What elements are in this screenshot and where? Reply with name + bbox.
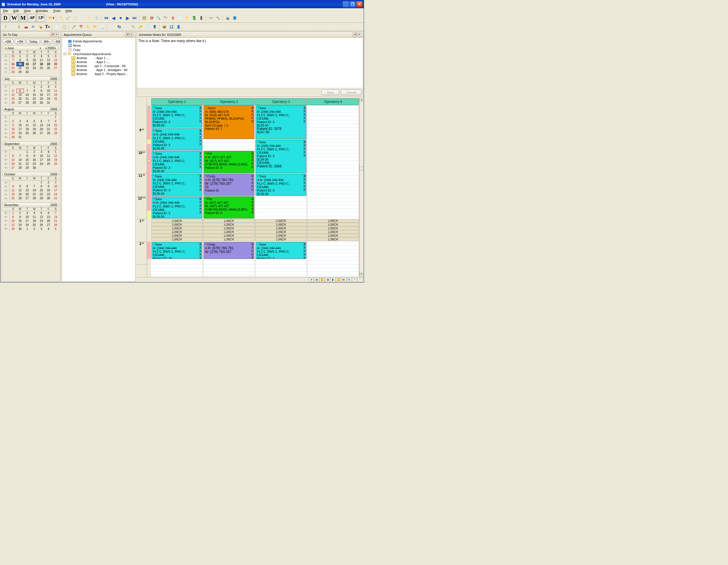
nav-rew-icon[interactable]: ⏪ — [320, 278, 325, 282]
calendar-day[interactable]: 11 — [24, 123, 31, 127]
calendar-day[interactable]: 27 — [24, 197, 31, 200]
queue-root-copy[interactable]: 📋Copy — [63, 47, 134, 52]
calendar-day[interactable] — [24, 115, 31, 119]
appointment-block[interactable]: / XXXXX ?Cindy✚H: (678) 783-781W: (278) … — [204, 242, 254, 259]
calendar-day[interactable] — [38, 135, 45, 139]
queue-root-unscheduled-appointments[interactable]: −📂Unscheduled Appointments — [63, 52, 134, 56]
calendar-day[interactable]: 22 — [38, 193, 45, 197]
goto-3m-button[interactable]: <3M — [15, 39, 26, 44]
calendar-day[interactable]: 7 — [31, 185, 38, 189]
calendar-day[interactable]: 13 — [38, 123, 45, 127]
calendar-day[interactable]: 3 — [45, 85, 52, 89]
calendar-day[interactable]: 5 — [38, 211, 45, 215]
rx2-icon[interactable]: 💊 — [37, 23, 44, 30]
minimize-button[interactable]: _ — [343, 1, 349, 7]
key-icon[interactable]: 🔑 — [137, 23, 144, 30]
calendar-day[interactable]: 5 — [52, 227, 59, 231]
calendar-day[interactable]: 3 — [24, 211, 31, 215]
calendar-day[interactable] — [31, 70, 38, 74]
operatory-column-4[interactable]: Operatory 4LUNCHLUNCHLUNCHLUNCHLUNCHLUNC… — [307, 98, 359, 277]
calendar-day[interactable] — [38, 115, 45, 119]
calendar-day[interactable]: 28 — [52, 223, 59, 227]
calendar-day[interactable]: 31 — [9, 54, 16, 58]
lunch-block[interactable]: LUNCH — [307, 223, 359, 226]
calendar-day[interactable]: 20 — [24, 193, 31, 197]
calendar-day[interactable]: 3 — [38, 150, 45, 154]
check-icon[interactable]: ✔️ — [65, 15, 72, 21]
calendar-day[interactable]: 8 — [31, 89, 38, 93]
calendar-day[interactable]: 30 — [16, 227, 24, 231]
calendar-day[interactable]: 5 — [31, 119, 38, 123]
queue-item[interactable]: AndrewAppt 2 - Prophy Appoi... — [67, 72, 134, 76]
nav-ff-icon[interactable]: ⏩ — [336, 278, 341, 282]
calendar-day[interactable]: 27 — [45, 223, 52, 227]
tooth-icon[interactable]: 🦷 — [109, 23, 115, 30]
calendar-day[interactable]: 23 — [9, 131, 16, 135]
glasses-icon[interactable]: 👓 — [208, 15, 214, 21]
appointment-block[interactable]: / XXXXX ?PatH: (427) 427-427W: (427) 427… — [204, 197, 254, 219]
view-day-button[interactable]: D — [1, 14, 9, 22]
calendar-day[interactable] — [9, 150, 16, 154]
close-panel-icon[interactable]: ✕ — [55, 33, 59, 37]
calendar-day[interactable]: 3 — [16, 119, 24, 123]
goto-6m-button[interactable]: <6M — [2, 39, 14, 44]
calendar-day[interactable] — [52, 70, 59, 74]
calendar-day[interactable]: 8 — [9, 215, 16, 219]
appointment-block[interactable]: / XXXXX ?SaraH: (244) 244-444FL2 C, BWX … — [256, 106, 306, 139]
operatory-header[interactable]: Operatory 1 — [151, 98, 202, 105]
calendar-day[interactable]: 19 — [52, 158, 59, 162]
calendar-day[interactable]: 14 — [24, 93, 31, 97]
month-header[interactable]: August2009 — [2, 107, 59, 111]
calendar-day[interactable]: 16 — [24, 62, 31, 66]
calendar-day[interactable]: 26 — [16, 197, 24, 200]
calendar-day[interactable]: 2 — [16, 211, 24, 215]
close-panel-icon[interactable]: ✕ — [357, 33, 361, 37]
calendar-day[interactable]: 7 — [16, 154, 24, 158]
appointment-block[interactable]: / XXXXX ?Sara✚H: (244) 244-444FL2 C, BWX… — [256, 174, 306, 196]
scroll-down-icon[interactable]: ▾ — [359, 273, 363, 277]
month-header[interactable]: July2009 — [2, 76, 59, 81]
operatory-header[interactable]: Operatory 3 — [255, 98, 307, 105]
calendar-day[interactable]: 26 — [38, 223, 45, 227]
calendar-day[interactable]: 28 — [31, 197, 38, 200]
calendar-day[interactable]: 7 — [52, 211, 59, 215]
person-icon[interactable]: 👤 — [175, 23, 182, 30]
nav-back-icon[interactable]: ◀ — [325, 278, 330, 282]
calendar-day[interactable]: 1 — [38, 181, 45, 185]
operatory-column-2[interactable]: Operatory 2/ XXXXX ?JasonH: (680) 480-57… — [203, 98, 255, 277]
calendar-day[interactable]: 1 — [31, 85, 38, 89]
calendar-day[interactable]: 2 — [31, 150, 38, 154]
calendar-day[interactable]: 5 — [45, 54, 52, 58]
notes-textarea[interactable]: This is a Note. There are many others li… — [137, 38, 363, 88]
calendar-day[interactable]: 24 — [45, 97, 52, 101]
month-header[interactable]: November2009 — [2, 203, 59, 207]
pants-icon[interactable]: 👖 — [151, 23, 158, 30]
calendar-day[interactable]: 16 — [38, 93, 45, 97]
calendar-day[interactable]: 17 — [24, 219, 31, 223]
binoculars-icon[interactable]: 🔭 — [162, 15, 169, 21]
calendar-day[interactable]: 29 — [38, 197, 45, 200]
calendar-day[interactable] — [16, 85, 24, 89]
calendar-day[interactable] — [9, 115, 16, 119]
menu-edit[interactable]: Edit — [12, 9, 20, 13]
lunch-block[interactable]: LUNCH — [307, 230, 359, 234]
calendar-day[interactable]: 5 — [9, 89, 16, 93]
menu-view[interactable]: View — [23, 9, 32, 13]
calendar-day[interactable]: 24 — [52, 193, 59, 197]
view-cp-button[interactable]: C/P — [37, 14, 45, 22]
calendar-day[interactable] — [31, 181, 38, 185]
calendar-day[interactable]: 23 — [38, 97, 45, 101]
sticky-icon[interactable]: 🗒️ — [144, 23, 151, 30]
calendar-day[interactable]: 16 — [16, 219, 24, 223]
calendar-day[interactable] — [9, 181, 16, 185]
lunch-block[interactable]: LUNCH — [307, 219, 359, 223]
scroll-up-icon[interactable]: ▴ — [359, 98, 363, 102]
calendar-day[interactable]: 14 — [52, 215, 59, 219]
next-month-icon[interactable]: ► — [40, 47, 42, 49]
calendar-day[interactable] — [24, 85, 31, 89]
paste-icon[interactable]: 📄 — [79, 15, 86, 21]
calendar-day[interactable]: 1 — [52, 115, 59, 119]
calendar-day[interactable]: 25 — [38, 66, 45, 70]
calendar-day[interactable]: 18 — [38, 62, 45, 66]
calendar-day[interactable] — [38, 166, 45, 170]
